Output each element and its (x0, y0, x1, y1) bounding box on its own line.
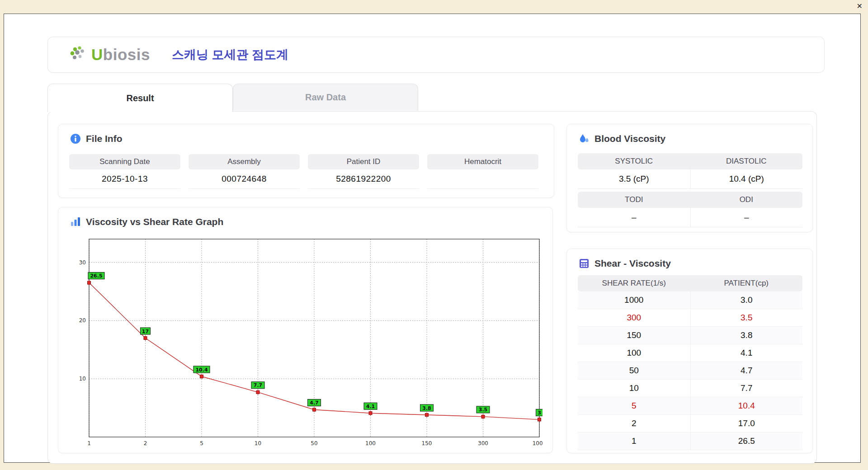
table-cell: 17.0 (690, 415, 803, 432)
value-cell: – (578, 208, 690, 227)
value-cell: – (690, 208, 803, 227)
data-marker (200, 375, 203, 378)
table-cell: 3.5 (690, 309, 803, 326)
blood-viscosity-value-row: –– (578, 208, 802, 227)
table-cell: 2 (578, 415, 690, 432)
table-cell: 10.4 (690, 397, 803, 414)
blood-viscosity-value-row: 3.5 (cP)10.4 (cP) (578, 169, 802, 189)
field-label: Hematocrit (427, 154, 538, 169)
shear-viscosity-table: SHEAR RATE(1/s)PATIENT(cp)10003.03003.51… (578, 275, 802, 450)
logo-text: Ubiosis (91, 46, 150, 64)
table-row: 510.4 (578, 397, 802, 415)
data-marker (425, 414, 429, 417)
header-cell-todi: TODI (578, 192, 690, 208)
info-icon (70, 133, 81, 144)
blood-viscosity-title-row: Blood Viscosity (567, 124, 812, 144)
x-tick-label: 5 (200, 440, 203, 446)
window-titlebar: ✕ (0, 0, 868, 14)
field-label: Assembly (189, 154, 300, 169)
file-info-field-assembly: Assembly000724648 (189, 154, 300, 189)
table-row: 1503.8 (578, 327, 802, 344)
y-tick-label: 10 (79, 376, 86, 382)
x-tick-label: 1 (87, 440, 91, 446)
field-value: 52861922200 (308, 169, 419, 189)
point-label: 3.5 (479, 407, 488, 413)
file-info-field-patient-id: Patient ID52861922200 (308, 154, 419, 189)
field-value: 000724648 (189, 169, 300, 189)
data-marker (88, 281, 91, 284)
file-info-field-scanning-date: Scanning Date2025-10-13 (69, 154, 180, 189)
x-tick-label: 2 (144, 440, 147, 446)
table-cell: 300 (578, 309, 690, 326)
blood-viscosity-header-row: TODIODI (578, 192, 802, 208)
x-tick-label: 100 (365, 440, 376, 446)
table-cell: 150 (578, 327, 690, 344)
tab-result[interactable]: Result (47, 84, 233, 112)
file-info-title: File Info (86, 133, 123, 144)
x-tick-label: 150 (422, 440, 432, 446)
table-row: 504.7 (578, 362, 802, 380)
field-value: 2025-10-13 (69, 169, 180, 189)
field-label: Patient ID (308, 154, 419, 169)
value-cell: 3.5 (cP) (578, 169, 690, 189)
table-row: 217.0 (578, 415, 802, 432)
header-card: Ubiosis 스캐닝 모세관 점도계 (47, 37, 825, 73)
blood-viscosity-title: Blood Viscosity (594, 133, 665, 144)
x-tick-label: 50 (311, 440, 317, 446)
column-header-patient-cp: PATIENT(cp) (690, 275, 803, 291)
content-card: File Info Scanning Date2025-10-13Assembl… (47, 111, 817, 464)
table-cell: 5 (578, 397, 690, 414)
table-row: 3003.5 (578, 309, 802, 327)
main-panel: Ubiosis 스캐닝 모세관 점도계 Result Raw Data File… (4, 14, 861, 463)
x-tick-label: 10 (255, 440, 261, 446)
table-cell: 4.7 (690, 362, 803, 379)
y-tick-label: 20 (79, 317, 86, 324)
ubiosis-logo: Ubiosis (69, 45, 150, 64)
data-marker (144, 337, 147, 340)
field-label: Scanning Date (69, 154, 180, 169)
blood-viscosity-card: Blood Viscosity SYSTOLICDIASTOLIC3.5 (cP… (566, 124, 813, 232)
data-marker (256, 390, 259, 394)
table-cell: 4.1 (690, 344, 803, 362)
graph-title: Viscosity vs Shear Rate Graph (86, 216, 223, 227)
file-info-card: File Info Scanning Date2025-10-13Assembl… (58, 124, 554, 198)
table-cell: 100 (578, 344, 690, 362)
y-tick-label: 30 (79, 259, 86, 266)
point-label: 3 (538, 410, 541, 416)
header-cell-diastolic: DIASTOLIC (690, 153, 803, 169)
point-label: 4.1 (366, 404, 375, 409)
table-row: 107.7 (578, 380, 802, 397)
blood-viscosity-table: SYSTOLICDIASTOLIC3.5 (cP)10.4 (cP)TODIOD… (578, 150, 802, 227)
series-line (89, 283, 539, 420)
table-cell: 3.0 (690, 291, 803, 309)
data-marker (369, 412, 372, 415)
viscosity-chart-svg: 1020301251050100150300100026.51710.47.74… (69, 233, 542, 451)
leaf-logo-icon (69, 45, 89, 64)
point-label: 17 (142, 329, 149, 334)
tab-raw-data[interactable]: Raw Data (233, 84, 418, 111)
table-cell: 3.8 (690, 327, 803, 344)
table-cell: 10 (578, 380, 690, 397)
shear-table-header-row: SHEAR RATE(1/s)PATIENT(cp) (578, 275, 802, 291)
close-button[interactable]: ✕ (857, 2, 863, 10)
data-marker (481, 415, 485, 418)
shear-viscosity-title: Shear - Viscosity (594, 258, 671, 269)
table-cell: 1 (578, 432, 690, 450)
file-info-title-row: File Info (58, 124, 554, 144)
point-label: 7.7 (254, 382, 263, 388)
droplet-icon (579, 133, 590, 144)
point-label: 4.7 (310, 400, 319, 406)
file-info-fields: Scanning Date2025-10-13Assembly000724648… (69, 154, 538, 189)
table-row: 10003.0 (578, 291, 802, 309)
x-tick-label: 1000 (533, 440, 542, 446)
point-label: 26.5 (90, 273, 102, 279)
value-cell: 10.4 (cP) (690, 169, 803, 189)
table-cell: 50 (578, 362, 690, 379)
point-label: 10.4 (195, 367, 208, 373)
graph-card: Viscosity vs Shear Rate Graph 1020301251… (58, 207, 553, 453)
column-header-shear-rate-1-s: SHEAR RATE(1/s) (578, 275, 690, 291)
shear-viscosity-title-row: Shear - Viscosity (567, 249, 812, 269)
field-value (427, 169, 538, 189)
shear-viscosity-card: Shear - Viscosity SHEAR RATE(1/s)PATIENT… (566, 249, 813, 453)
table-cell: 1000 (578, 291, 690, 309)
